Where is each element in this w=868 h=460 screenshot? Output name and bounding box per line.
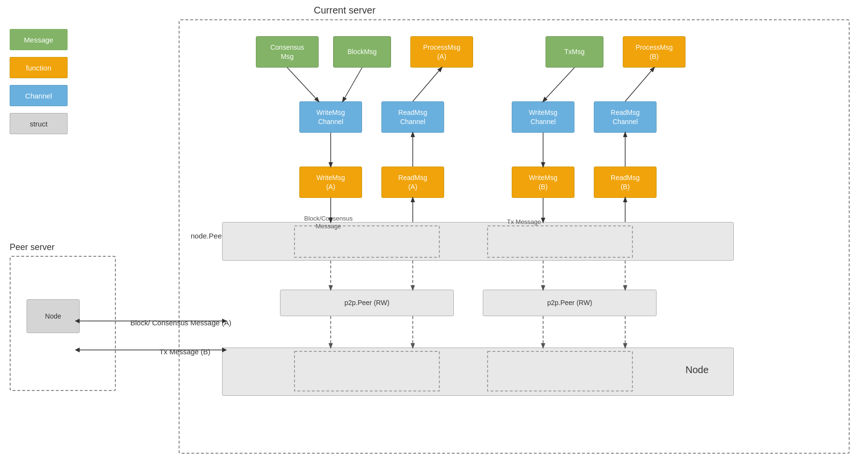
write-msg-channel-b-box: WriteMsgChannel bbox=[512, 101, 574, 133]
node-peer-label: node.Peer bbox=[191, 232, 224, 240]
tx-message-arrow-label: Tx Message (B) bbox=[159, 348, 210, 356]
legend-function-box: function bbox=[10, 57, 68, 78]
legend-struct: struct bbox=[10, 113, 68, 134]
read-msg-channel-b-box: ReadMsgChannel bbox=[594, 101, 657, 133]
legend-struct-box: struct bbox=[10, 113, 68, 134]
tx-message-label: Tx Message bbox=[507, 218, 541, 225]
p2p-peer-rw-b-box: p2p.Peer (RW) bbox=[483, 290, 657, 316]
node-current-label: Node bbox=[686, 364, 709, 376]
process-msg-b-box: ProcessMsg(B) bbox=[623, 36, 686, 68]
tx-msg-box: TxMsg bbox=[546, 36, 603, 68]
node-peer-struct-box bbox=[222, 222, 734, 261]
node-peer-server-box: Node bbox=[27, 299, 80, 333]
legend-function: function bbox=[10, 57, 68, 78]
read-msg-b-box: ReadMsg(B) bbox=[594, 167, 657, 198]
block-consensus-arrow-label: Block/ Consensus Message (A) bbox=[130, 319, 231, 327]
block-consensus-label: Block/ConsensusMessage bbox=[304, 215, 352, 230]
node-current-box bbox=[222, 348, 734, 396]
legend-message-box: Message bbox=[10, 29, 68, 50]
write-msg-a-box: WriteMsg(A) bbox=[299, 167, 362, 198]
legend-message: Message bbox=[10, 29, 68, 50]
legend: Message function Channel struct bbox=[10, 29, 68, 134]
legend-channel: Channel bbox=[10, 85, 68, 106]
read-msg-channel-a-box: ReadMsgChannel bbox=[381, 101, 444, 133]
consensus-msg-box: ConsensusMsg bbox=[256, 36, 319, 68]
read-msg-a-box: ReadMsg(A) bbox=[381, 167, 444, 198]
peer-server-label: Peer server bbox=[10, 242, 55, 252]
current-server-label: Current server bbox=[314, 5, 376, 16]
p2p-peer-rw-a-box: p2p.Peer (RW) bbox=[280, 290, 454, 316]
write-msg-channel-a-box: WriteMsgChannel bbox=[299, 101, 362, 133]
process-msg-a-box: ProcessMsg(A) bbox=[410, 36, 473, 68]
block-msg-box: BlockMsg bbox=[333, 36, 391, 68]
write-msg-b-box: WriteMsg(B) bbox=[512, 167, 574, 198]
diagram-container: Message function Channel struct Current … bbox=[0, 0, 868, 460]
legend-channel-box: Channel bbox=[10, 85, 68, 106]
